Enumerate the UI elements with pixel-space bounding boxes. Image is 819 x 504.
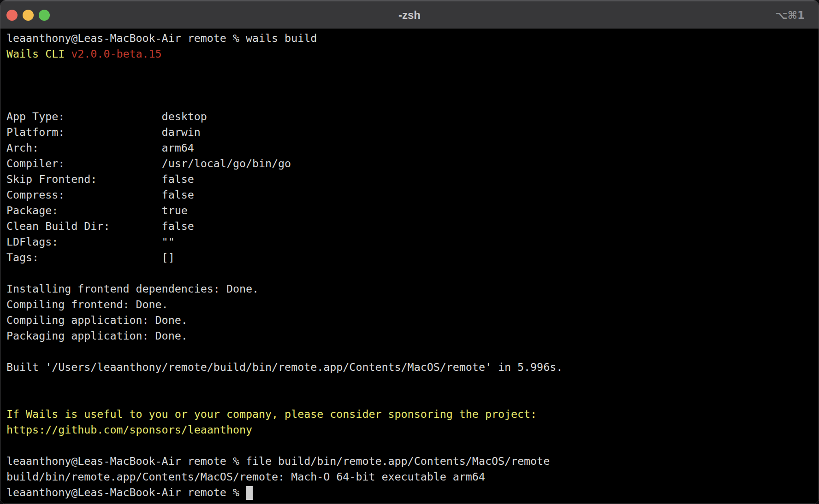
text-segment: Built '/Users/leaanthony/remote/build/bi… bbox=[6, 361, 563, 373]
terminal-line: build/bin/remote.app/Contents/MacOS/remo… bbox=[6, 469, 815, 485]
terminal-line: leaanthony@Leas-MacBook-Air remote % fil… bbox=[6, 453, 815, 469]
text-segment: https://github.com/sponsors/leaanthony bbox=[6, 423, 252, 436]
text-segment: leaanthony@Leas-MacBook-Air remote % bbox=[6, 486, 246, 498]
text-segment: Compiling application: Done. bbox=[6, 314, 188, 326]
text-segment: Arch: arm64 bbox=[6, 141, 194, 154]
text-segment: v2.0.0-beta.15 bbox=[71, 47, 161, 60]
terminal-line: Wails CLI v2.0.0-beta.15 bbox=[6, 46, 815, 62]
terminal-line bbox=[6, 93, 815, 109]
text-segment: Clean Build Dir: false bbox=[6, 220, 194, 232]
text-segment: Wails CLI bbox=[6, 47, 71, 60]
terminal-line bbox=[6, 265, 815, 281]
keyboard-shortcut-badge: ⌥⌘1 bbox=[775, 1, 805, 29]
terminal-line: Packaging application: Done. bbox=[6, 328, 815, 344]
text-segment: Installing frontend dependencies: Done. bbox=[6, 282, 259, 295]
terminal-line bbox=[6, 77, 815, 93]
terminal-window: -zsh ⌥⌘1 leaanthony@Leas-MacBook-Air rem… bbox=[0, 0, 819, 504]
terminal-line: Installing frontend dependencies: Done. bbox=[6, 281, 815, 297]
window-title: -zsh bbox=[0, 1, 819, 29]
terminal-line: Arch: arm64 bbox=[6, 140, 815, 156]
text-segment: LDFlags: "" bbox=[6, 235, 175, 248]
text-segment: Platform: darwin bbox=[6, 126, 201, 138]
terminal-line: LDFlags: "" bbox=[6, 234, 815, 250]
text-segment: Compress: false bbox=[6, 188, 194, 201]
text-segment: Package: true bbox=[6, 204, 188, 217]
terminal-line: Package: true bbox=[6, 203, 815, 218]
terminal-line: Tags: [] bbox=[6, 250, 815, 265]
terminal-line: Compiling frontend: Done. bbox=[6, 297, 815, 312]
text-segment: If Wails is useful to you or your compan… bbox=[6, 408, 537, 420]
terminal-line: App Type: desktop bbox=[6, 109, 815, 124]
terminal-line: If Wails is useful to you or your compan… bbox=[6, 406, 815, 422]
terminal-line: Compiler: /usr/local/go/bin/go bbox=[6, 156, 815, 171]
title-bar[interactable]: -zsh ⌥⌘1 bbox=[0, 0, 819, 29]
text-segment: Tags: [] bbox=[6, 251, 175, 264]
text-segment: Compiling frontend: Done. bbox=[6, 298, 168, 311]
terminal-line: Clean Build Dir: false bbox=[6, 218, 815, 234]
text-segment: Packaging application: Done. bbox=[6, 329, 188, 342]
terminal-line: Compress: false bbox=[6, 187, 815, 203]
terminal-screen[interactable]: leaanthony@Leas-MacBook-Air remote % wai… bbox=[0, 29, 819, 504]
text-segment: Skip Frontend: false bbox=[6, 173, 194, 185]
terminal-line bbox=[6, 438, 815, 453]
text-segment: Compiler: /usr/local/go/bin/go bbox=[6, 157, 291, 170]
terminal-line bbox=[6, 375, 815, 391]
text-segment: build/bin/remote.app/Contents/MacOS/remo… bbox=[6, 470, 485, 483]
terminal-line bbox=[6, 344, 815, 359]
terminal-line: leaanthony@Leas-MacBook-Air remote % bbox=[6, 485, 815, 500]
terminal-line: https://github.com/sponsors/leaanthony bbox=[6, 422, 815, 438]
terminal-line bbox=[6, 62, 815, 77]
text-segment: leaanthony@Leas-MacBook-Air remote % wai… bbox=[6, 32, 317, 44]
terminal-line: Skip Frontend: false bbox=[6, 171, 815, 187]
text-segment: leaanthony@Leas-MacBook-Air remote % fil… bbox=[6, 455, 550, 467]
text-segment: App Type: desktop bbox=[6, 110, 207, 123]
terminal-line: Built '/Users/leaanthony/remote/build/bi… bbox=[6, 359, 815, 375]
terminal-cursor bbox=[246, 486, 253, 500]
terminal-line: Compiling application: Done. bbox=[6, 312, 815, 328]
terminal-line: Platform: darwin bbox=[6, 124, 815, 140]
terminal-line bbox=[6, 391, 815, 406]
terminal-line: leaanthony@Leas-MacBook-Air remote % wai… bbox=[6, 30, 815, 46]
